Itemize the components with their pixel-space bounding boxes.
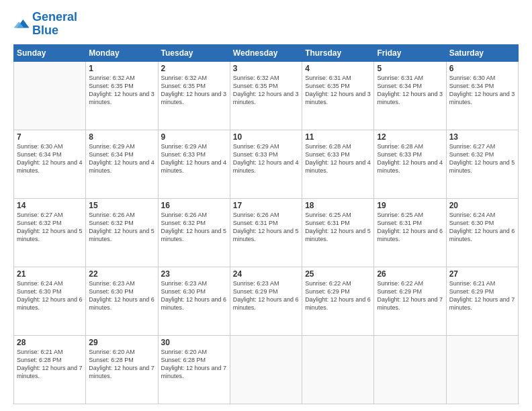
calendar-cell: 26Sunrise: 6:22 AMSunset: 6:29 PMDayligh… — [374, 267, 446, 335]
calendar-week-row: 14Sunrise: 6:27 AMSunset: 6:32 PMDayligh… — [14, 198, 519, 267]
calendar-cell: 4Sunrise: 6:31 AMSunset: 6:35 PMDaylight… — [302, 61, 374, 130]
day-info: Sunrise: 6:22 AMSunset: 6:29 PMDaylight:… — [305, 279, 371, 312]
calendar-cell: 13Sunrise: 6:27 AMSunset: 6:32 PMDayligh… — [446, 130, 518, 198]
day-info: Sunrise: 6:23 AMSunset: 6:30 PMDaylight:… — [161, 279, 227, 312]
calendar-cell: 17Sunrise: 6:26 AMSunset: 6:31 PMDayligh… — [230, 198, 302, 267]
weekday-header-tuesday: Tuesday — [158, 44, 230, 61]
calendar-cell: 14Sunrise: 6:27 AMSunset: 6:32 PMDayligh… — [14, 198, 86, 267]
logo-text: General Blue — [32, 11, 77, 38]
weekday-header-saturday: Saturday — [446, 44, 518, 61]
header: General Blue — [13, 11, 519, 38]
day-info: Sunrise: 6:31 AMSunset: 6:35 PMDaylight:… — [305, 74, 371, 107]
day-info: Sunrise: 6:29 AMSunset: 6:33 PMDaylight:… — [161, 142, 227, 175]
calendar-cell — [14, 61, 86, 130]
calendar-cell: 5Sunrise: 6:31 AMSunset: 6:34 PMDaylight… — [374, 61, 446, 130]
day-number: 4 — [305, 64, 371, 73]
day-number: 23 — [161, 269, 227, 279]
day-number: 5 — [377, 64, 443, 73]
calendar-cell: 3Sunrise: 6:32 AMSunset: 6:35 PMDaylight… — [230, 61, 302, 130]
day-info: Sunrise: 6:26 AMSunset: 6:31 PMDaylight:… — [233, 211, 299, 244]
calendar-cell: 9Sunrise: 6:29 AMSunset: 6:33 PMDaylight… — [158, 130, 230, 198]
day-number: 27 — [449, 269, 515, 279]
weekday-header-friday: Friday — [374, 44, 446, 61]
day-info: Sunrise: 6:31 AMSunset: 6:34 PMDaylight:… — [377, 74, 443, 107]
day-number: 29 — [89, 338, 154, 347]
day-info: Sunrise: 6:28 AMSunset: 6:33 PMDaylight:… — [377, 142, 443, 175]
day-number: 15 — [89, 201, 154, 210]
weekday-header-wednesday: Wednesday — [230, 44, 302, 61]
day-number: 12 — [377, 132, 443, 142]
day-info: Sunrise: 6:20 AMSunset: 6:28 PMDaylight:… — [89, 348, 154, 381]
day-info: Sunrise: 6:29 AMSunset: 6:33 PMDaylight:… — [233, 142, 299, 175]
calendar-cell: 28Sunrise: 6:21 AMSunset: 6:28 PMDayligh… — [14, 335, 86, 404]
day-info: Sunrise: 6:28 AMSunset: 6:33 PMDaylight:… — [305, 142, 371, 175]
day-info: Sunrise: 6:32 AMSunset: 6:35 PMDaylight:… — [89, 74, 154, 107]
day-number: 21 — [17, 269, 83, 279]
calendar-cell: 11Sunrise: 6:28 AMSunset: 6:33 PMDayligh… — [302, 130, 374, 198]
calendar-cell: 8Sunrise: 6:29 AMSunset: 6:34 PMDaylight… — [86, 130, 158, 198]
day-info: Sunrise: 6:23 AMSunset: 6:30 PMDaylight:… — [89, 279, 154, 312]
day-number: 13 — [449, 132, 515, 142]
day-number: 18 — [305, 201, 371, 210]
day-number: 22 — [89, 269, 154, 279]
day-info: Sunrise: 6:20 AMSunset: 6:28 PMDaylight:… — [161, 348, 227, 381]
day-number: 24 — [233, 269, 299, 279]
day-info: Sunrise: 6:32 AMSunset: 6:35 PMDaylight:… — [161, 74, 227, 107]
weekday-header-thursday: Thursday — [302, 44, 374, 61]
weekday-header-sunday: Sunday — [14, 44, 86, 61]
day-number: 9 — [161, 132, 227, 142]
day-number: 26 — [377, 269, 443, 279]
calendar-cell: 24Sunrise: 6:23 AMSunset: 6:29 PMDayligh… — [230, 267, 302, 335]
calendar-cell: 29Sunrise: 6:20 AMSunset: 6:28 PMDayligh… — [86, 335, 158, 404]
day-number: 7 — [17, 132, 83, 142]
calendar-cell: 6Sunrise: 6:30 AMSunset: 6:34 PMDaylight… — [446, 61, 518, 130]
logo: General Blue — [13, 11, 77, 38]
calendar-table: SundayMondayTuesdayWednesdayThursdayFrid… — [13, 44, 519, 404]
calendar-cell: 27Sunrise: 6:21 AMSunset: 6:29 PMDayligh… — [446, 267, 518, 335]
day-info: Sunrise: 6:24 AMSunset: 6:30 PMDaylight:… — [449, 211, 515, 244]
day-number: 28 — [17, 338, 83, 347]
calendar-week-row: 28Sunrise: 6:21 AMSunset: 6:28 PMDayligh… — [14, 335, 519, 404]
calendar-cell: 10Sunrise: 6:29 AMSunset: 6:33 PMDayligh… — [230, 130, 302, 198]
calendar-cell: 23Sunrise: 6:23 AMSunset: 6:30 PMDayligh… — [158, 267, 230, 335]
calendar-cell: 21Sunrise: 6:24 AMSunset: 6:30 PMDayligh… — [14, 267, 86, 335]
calendar-cell: 25Sunrise: 6:22 AMSunset: 6:29 PMDayligh… — [302, 267, 374, 335]
calendar-cell: 19Sunrise: 6:25 AMSunset: 6:31 PMDayligh… — [374, 198, 446, 267]
calendar-cell — [446, 335, 518, 404]
calendar-cell: 22Sunrise: 6:23 AMSunset: 6:30 PMDayligh… — [86, 267, 158, 335]
calendar-cell: 12Sunrise: 6:28 AMSunset: 6:33 PMDayligh… — [374, 130, 446, 198]
day-info: Sunrise: 6:32 AMSunset: 6:35 PMDaylight:… — [233, 74, 299, 107]
day-number: 30 — [161, 338, 227, 347]
day-number: 10 — [233, 132, 299, 142]
logo-icon — [13, 17, 30, 31]
day-number: 6 — [449, 64, 515, 73]
day-info: Sunrise: 6:30 AMSunset: 6:34 PMDaylight:… — [17, 142, 83, 175]
day-number: 1 — [89, 64, 154, 73]
calendar-cell: 7Sunrise: 6:30 AMSunset: 6:34 PMDaylight… — [14, 130, 86, 198]
calendar-cell — [374, 335, 446, 404]
calendar-cell: 2Sunrise: 6:32 AMSunset: 6:35 PMDaylight… — [158, 61, 230, 130]
day-info: Sunrise: 6:26 AMSunset: 6:32 PMDaylight:… — [89, 211, 154, 244]
calendar-week-row: 21Sunrise: 6:24 AMSunset: 6:30 PMDayligh… — [14, 267, 519, 335]
day-number: 19 — [377, 201, 443, 210]
calendar-cell: 20Sunrise: 6:24 AMSunset: 6:30 PMDayligh… — [446, 198, 518, 267]
calendar-cell — [302, 335, 374, 404]
day-number: 3 — [233, 64, 299, 73]
day-info: Sunrise: 6:27 AMSunset: 6:32 PMDaylight:… — [17, 211, 83, 244]
calendar-cell — [230, 335, 302, 404]
day-info: Sunrise: 6:22 AMSunset: 6:29 PMDaylight:… — [377, 279, 443, 312]
day-info: Sunrise: 6:25 AMSunset: 6:31 PMDaylight:… — [305, 211, 371, 244]
weekday-header-monday: Monday — [86, 44, 158, 61]
calendar-week-row: 7Sunrise: 6:30 AMSunset: 6:34 PMDaylight… — [14, 130, 519, 198]
day-info: Sunrise: 6:30 AMSunset: 6:34 PMDaylight:… — [449, 74, 515, 107]
page: General Blue SundayMondayTuesdayWednesda… — [0, 0, 532, 411]
day-info: Sunrise: 6:23 AMSunset: 6:29 PMDaylight:… — [233, 279, 299, 312]
day-info: Sunrise: 6:21 AMSunset: 6:28 PMDaylight:… — [17, 348, 83, 381]
day-number: 25 — [305, 269, 371, 279]
calendar-cell: 18Sunrise: 6:25 AMSunset: 6:31 PMDayligh… — [302, 198, 374, 267]
calendar-week-row: 1Sunrise: 6:32 AMSunset: 6:35 PMDaylight… — [14, 61, 519, 130]
day-info: Sunrise: 6:25 AMSunset: 6:31 PMDaylight:… — [377, 211, 443, 244]
day-number: 8 — [89, 132, 154, 142]
calendar-cell: 1Sunrise: 6:32 AMSunset: 6:35 PMDaylight… — [86, 61, 158, 130]
day-info: Sunrise: 6:24 AMSunset: 6:30 PMDaylight:… — [17, 279, 83, 312]
